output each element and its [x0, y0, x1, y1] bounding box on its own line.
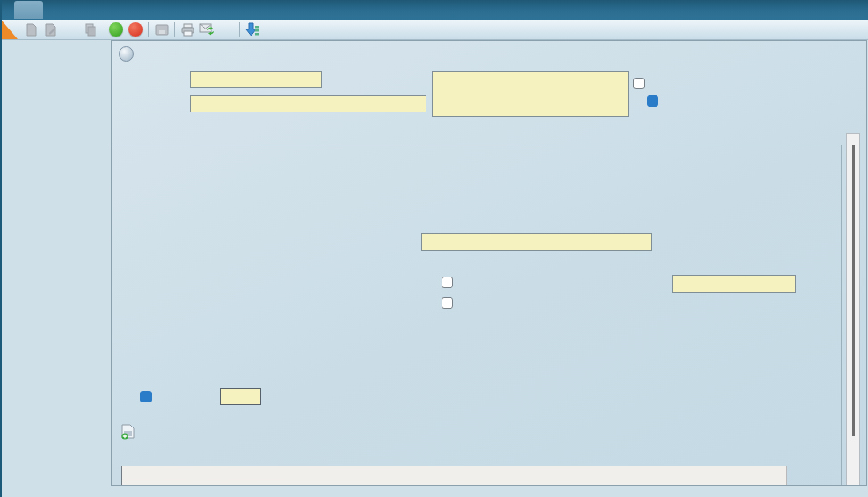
print-icon[interactable]	[178, 21, 196, 38]
toolbar-separator	[103, 22, 103, 37]
unique-code-field[interactable]	[190, 71, 322, 88]
business-description-field[interactable]	[432, 71, 629, 117]
copy-icon[interactable]	[81, 21, 99, 38]
edit-icon[interactable]	[42, 21, 60, 38]
scrollbar-thumb[interactable]	[852, 145, 855, 436]
no-longer-trading-checkbox[interactable]	[633, 78, 645, 89]
content-divider	[113, 145, 841, 145]
top-title-bar	[2, 0, 868, 20]
partnership-checkbox[interactable]	[140, 391, 152, 402]
business-income-panel	[111, 40, 867, 486]
vertical-scrollbar[interactable]	[846, 133, 860, 485]
download-icon[interactable]	[244, 21, 261, 38]
save-icon[interactable]	[153, 21, 170, 38]
window-title	[14, 1, 43, 19]
add-row-icon[interactable]	[120, 424, 136, 440]
email-icon[interactable]	[198, 21, 216, 38]
toolbar-separator	[174, 22, 175, 37]
still-trading-checkbox[interactable]	[647, 95, 658, 107]
delete-icon[interactable]	[62, 21, 79, 38]
content-divider	[841, 145, 842, 485]
help-icon[interactable]	[119, 46, 134, 62]
oi-description-field[interactable]	[421, 233, 652, 251]
forward-icon[interactable]	[218, 21, 236, 38]
retirement-table-empty-row[interactable]	[121, 466, 787, 485]
approve-icon[interactable]	[107, 21, 125, 38]
app-window	[0, 0, 868, 497]
main-toolbar	[2, 20, 868, 40]
page-fold-icon	[2, 21, 18, 39]
new-document-icon[interactable]	[22, 21, 40, 38]
source-code-field[interactable]	[190, 95, 426, 112]
reject-icon[interactable]	[127, 21, 145, 38]
ring-fence-losses-checkbox[interactable]	[442, 277, 453, 288]
toolbar-separator	[148, 22, 149, 37]
toolbar-separator	[239, 22, 240, 37]
mining-crypto-checkbox[interactable]	[442, 297, 453, 309]
partnership-percent-field[interactable]	[220, 388, 261, 405]
ring-fence-amount-field[interactable]	[672, 275, 796, 293]
